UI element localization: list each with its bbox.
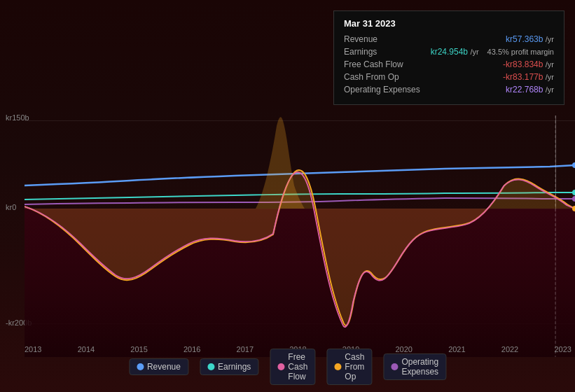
tooltip-value-fcf: -kr83.834b /yr [503, 59, 554, 69]
tooltip-row-earnings: Earnings kr24.954b /yr 43.5% profit marg… [344, 47, 554, 57]
cashop-positive-area [256, 117, 305, 209]
x-label-2022: 2022 [501, 345, 518, 354]
legend-label-fcf: Free Cash Flow [288, 352, 307, 382]
profit-margin-label: 43.5% profit margin [487, 48, 554, 56]
x-label-2013: 2013 [25, 345, 41, 354]
legend-dot-fcf [277, 363, 284, 370]
tooltip-label-opex: Operating Expenses [344, 85, 420, 94]
tooltip-value-cashop: -kr83.177b /yr [503, 72, 554, 82]
tooltip-row-fcf: Free Cash Flow -kr83.834b /yr [344, 59, 554, 69]
tooltip-title: Mar 31 2023 [344, 18, 554, 29]
tooltip-label-cashop: Cash From Op [344, 72, 399, 82]
chart-legend: Revenue Earnings Free Cash Flow Cash Fro… [129, 349, 446, 385]
legend-revenue: Revenue [129, 358, 188, 375]
tooltip-value-opex: kr22.768b /yr [506, 85, 554, 94]
tooltip-label-fcf: Free Cash Flow [344, 59, 403, 69]
legend-fcf: Free Cash Flow [270, 349, 315, 385]
tooltip-label-revenue: Revenue [344, 34, 377, 44]
legend-earnings: Earnings [200, 358, 258, 375]
tooltip-value-revenue: kr57.363b /yr [506, 34, 554, 44]
legend-dot-revenue [137, 363, 144, 370]
legend-dot-opex [391, 363, 398, 370]
tooltip-row-opex: Operating Expenses kr22.768b /yr [344, 85, 554, 94]
legend-dot-earnings [207, 363, 214, 370]
x-label-2023: 2023 [554, 345, 571, 354]
svg-point-3 [572, 190, 575, 195]
tooltip-label-earnings: Earnings [344, 47, 377, 57]
x-label-2021: 2021 [448, 345, 465, 354]
tooltip-row-cashop: Cash From Op -kr83.177b /yr [344, 72, 554, 82]
legend-cashop: Cash From Op [326, 349, 372, 385]
legend-label-opex: Operating Expenses [401, 357, 438, 377]
y-label-mid: kr0 [6, 203, 16, 211]
chart-container: Mar 31 2023 Revenue kr57.363b /yr Earnin… [0, 0, 575, 392]
legend-dot-cashop [334, 363, 341, 370]
tooltip-box: Mar 31 2023 Revenue kr57.363b /yr Earnin… [333, 10, 564, 105]
tooltip-row-revenue: Revenue kr57.363b /yr [344, 34, 554, 44]
x-label-2014: 2014 [78, 345, 95, 354]
tooltip-value-earnings: kr24.954b /yr [431, 47, 479, 57]
legend-label-revenue: Revenue [147, 362, 181, 372]
legend-opex: Operating Expenses [383, 354, 446, 380]
earnings-right: kr24.954b /yr 43.5% profit margin [431, 47, 554, 57]
legend-label-earnings: Earnings [218, 362, 251, 372]
svg-point-2 [572, 162, 575, 168]
svg-point-4 [572, 196, 575, 202]
legend-label-cashop: Cash From Op [345, 352, 364, 382]
